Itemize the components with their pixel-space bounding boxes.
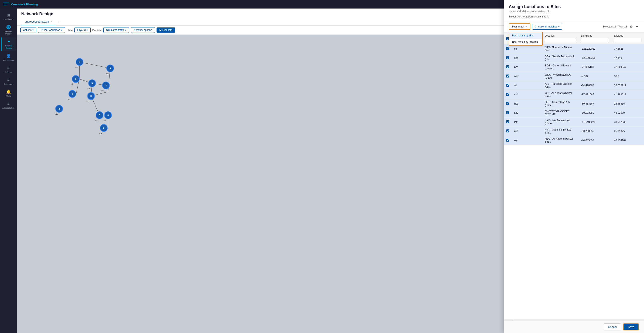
cancel-button[interactable]: Cancel	[604, 323, 621, 330]
node-atl[interactable]: 3	[104, 111, 112, 119]
row-checkbox-cell[interactable]	[504, 108, 512, 118]
node-label-atl: atl	[104, 119, 106, 122]
network-options-label: Network options	[134, 29, 152, 32]
panel-description: Select sites to assign locations to it.	[509, 15, 639, 18]
row-location: SEA - Seattle Tacoma Intl (Un...	[542, 54, 578, 63]
row-location: CKCYMTMA-COOKE CITY, MT	[542, 108, 578, 118]
node-hst[interactable]: 3	[102, 82, 110, 89]
row-checkbox-cell[interactable]	[504, 99, 512, 108]
row-checkbox-cell[interactable]	[504, 81, 512, 90]
node-sea[interactable]: 3	[76, 58, 83, 66]
node-kcy[interactable]: 3	[87, 92, 95, 100]
simulated-traffic-button[interactable]: Simulated traffic ▾	[103, 27, 129, 33]
simulated-traffic-label: Simulated traffic	[106, 29, 124, 32]
sidebar-item-label: Job Manager	[3, 59, 14, 62]
row-longitude: -80.290556	[578, 127, 612, 136]
node-lax[interactable]: 3	[68, 90, 76, 98]
row-checkbox-cell[interactable]	[504, 118, 512, 127]
row-checkbox-cell[interactable]	[504, 127, 512, 136]
sidebar-item-administration[interactable]: ≡ Administration	[1, 100, 16, 111]
tab-close-icon[interactable]: ✕	[51, 20, 53, 23]
table-row: mia MIA - Miami Intl (United Stat... -80…	[504, 127, 644, 136]
sidebar-item-network-models[interactable]: 🌐 Network Models	[1, 23, 16, 37]
table-body: sjc SJC - Norman Y Mineta San J... -121.…	[504, 44, 644, 145]
settings-icon-btn[interactable]: ⚙	[629, 24, 634, 30]
row-site: bos	[512, 63, 542, 72]
node-chi[interactable]: 3	[88, 79, 96, 87]
location-filter-input[interactable]	[545, 38, 576, 42]
node-sjc[interactable]: 3	[72, 75, 80, 83]
row-longitude: -80.383567	[578, 99, 612, 108]
preset-workflows-button[interactable]: Preset workflows ▾	[38, 27, 65, 33]
node-bos[interactable]: 3	[106, 65, 114, 72]
table-row: chi CHI - All Airports (United Sta... -8…	[504, 90, 644, 99]
plot-view-label: Plot view	[92, 29, 102, 31]
tab-add-button[interactable]: ＋	[56, 18, 62, 25]
sidebar-item-job-manager[interactable]: 👤 Job Manager	[1, 52, 16, 63]
row-checkbox[interactable]	[506, 47, 509, 50]
node-mia[interactable]: 3	[55, 105, 63, 113]
row-latitude: 41.883611	[612, 90, 644, 99]
col-location-label: Location	[545, 34, 554, 37]
row-checkbox[interactable]	[506, 102, 509, 105]
row-checkbox-cell[interactable]	[504, 63, 512, 72]
row-checkbox[interactable]	[506, 56, 509, 59]
simulate-button[interactable]: ▶ Simulate	[156, 28, 176, 33]
row-checkbox[interactable]	[506, 65, 509, 68]
row-checkbox-cell[interactable]	[504, 54, 512, 63]
network-options-button[interactable]: Network options	[131, 27, 154, 33]
row-checkbox-cell[interactable]	[504, 136, 512, 145]
selected-count: Selected 11 / Total 11	[602, 25, 627, 28]
svg-line-1	[80, 62, 110, 68]
row-checkbox[interactable]	[506, 111, 509, 114]
latitude-filter-input[interactable]	[614, 38, 642, 42]
node-label-chi: chi	[88, 88, 90, 90]
dropdown-item-by-location[interactable]: Best match by location	[509, 39, 542, 45]
choose-all-matches-button[interactable]: Choose all matches ▾	[532, 24, 562, 30]
row-latitude: 37.3626	[612, 44, 644, 54]
collector-icon: ≡	[7, 66, 10, 70]
sidebar-item-dashboard[interactable]: ⊞ Dashboard	[1, 11, 16, 22]
row-longitude: -122.309306	[578, 54, 612, 63]
node-wdc[interactable]: 3	[96, 111, 103, 119]
row-longitude: -87.631667	[578, 90, 612, 99]
sidebar-item-network-design[interactable]: ✦ Network Design	[1, 38, 16, 51]
row-longitude: -71.005181	[578, 63, 612, 72]
row-checkbox[interactable]	[506, 75, 509, 78]
job-manager-icon: 👤	[6, 54, 11, 58]
row-checkbox[interactable]	[506, 129, 509, 132]
row-location: HST - Homestead Arb (Unite...	[542, 99, 578, 108]
sidebar-item-label: Alerts	[6, 95, 11, 97]
row-checkbox[interactable]	[506, 93, 509, 96]
layer3-label: Layer 3	[77, 29, 86, 32]
sidebar-item-label: Licensing	[4, 83, 12, 85]
panel-title: Assign Locations to Sites	[509, 9, 639, 9]
row-checkbox[interactable]	[506, 84, 509, 87]
simulate-label: Simulate	[162, 29, 172, 32]
sidebar-item-licensing[interactable]: ≡ Licensing	[1, 76, 16, 87]
simulated-traffic-chevron-icon: ▾	[125, 29, 126, 32]
row-checkbox[interactable]	[506, 120, 509, 123]
row-checkbox[interactable]	[506, 139, 509, 142]
layer3-button[interactable]: Layer 3 ▾	[74, 27, 90, 33]
row-site: sea	[512, 54, 542, 63]
filter-icon-btn[interactable]: ≡	[635, 24, 639, 29]
longitude-filter-input[interactable]	[581, 38, 609, 42]
dropdown-item-by-site[interactable]: Best match by site	[509, 32, 542, 39]
save-button[interactable]: Save	[623, 323, 639, 330]
sidebar-item-collector[interactable]: ≡ Collector	[1, 64, 16, 75]
node-nyc[interactable]: 3	[100, 124, 108, 132]
scroll-thumb[interactable]	[504, 319, 513, 320]
actions-button[interactable]: Actions ▾	[20, 27, 36, 33]
horizontal-scrollbar[interactable]	[504, 319, 644, 321]
sidebar-item-alerts[interactable]: 🔔 Alerts	[1, 88, 16, 99]
tab-active[interactable]: unprocessed-lab.pln ✕	[21, 18, 56, 25]
row-site: hst	[512, 99, 542, 108]
best-match-button[interactable]: Best match ∧	[509, 24, 530, 30]
row-checkbox-cell[interactable]	[504, 72, 512, 81]
node-label-nyc: nyc	[99, 132, 102, 134]
row-latitude: 25.79325	[612, 127, 644, 136]
row-checkbox-cell[interactable]	[504, 90, 512, 99]
panel-table-container[interactable]: Site Location Longitude Latitude	[504, 33, 644, 319]
row-site: mia	[512, 127, 542, 136]
